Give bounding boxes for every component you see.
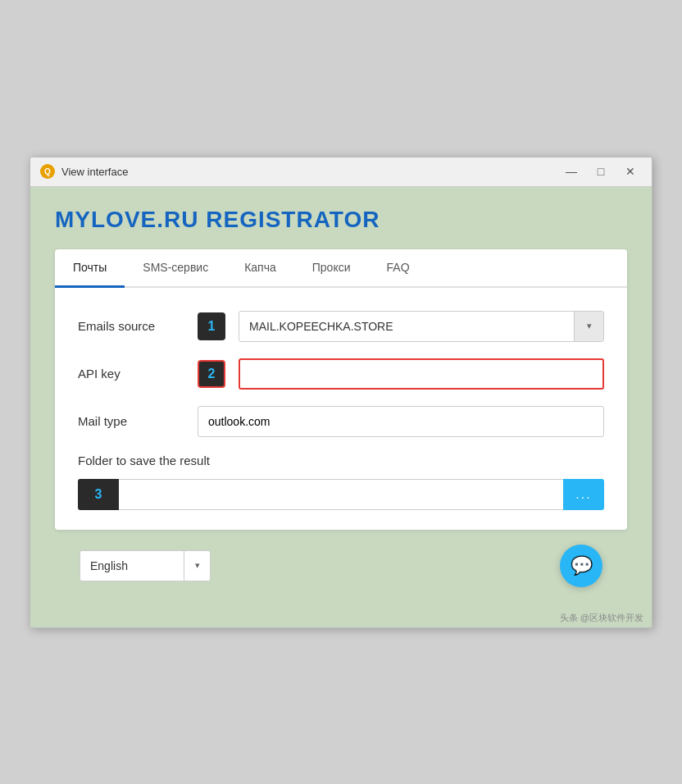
tab-proksi[interactable]: Прокси bbox=[294, 249, 369, 288]
emails-source-arrow-icon[interactable]: ▾ bbox=[574, 311, 603, 342]
folder-browse-button[interactable]: ... bbox=[563, 479, 604, 510]
tab-faq[interactable]: FAQ bbox=[369, 249, 428, 288]
main-panel: Почты SMS-сервис Капча Прокси FAQ Emails… bbox=[55, 249, 627, 530]
folder-row: 3 ... bbox=[78, 479, 604, 510]
close-button[interactable]: ✕ bbox=[619, 162, 642, 180]
title-bar: Q View interface — □ ✕ bbox=[30, 157, 652, 187]
folder-path-input[interactable] bbox=[119, 479, 563, 510]
mail-type-label: Mail type bbox=[78, 414, 184, 428]
window-controls: — □ ✕ bbox=[560, 162, 642, 180]
app-title: MYLOVE.RU REGISTRATOR bbox=[55, 207, 627, 233]
tab-kapcha[interactable]: Капча bbox=[226, 249, 294, 288]
emails-source-label: Emails source bbox=[78, 319, 184, 333]
api-key-row: API key 2 bbox=[78, 358, 604, 390]
mail-type-row: Mail type bbox=[78, 406, 604, 437]
tab-bar: Почты SMS-сервис Капча Прокси FAQ bbox=[55, 249, 627, 288]
api-key-input[interactable] bbox=[239, 358, 604, 390]
footer-row: English ▾ 💬 bbox=[55, 530, 627, 587]
emails-source-step-badge: 1 bbox=[198, 312, 225, 340]
app-icon: Q bbox=[40, 164, 55, 179]
emails-source-value: MAIL.KOPEECHKA.STORE bbox=[239, 320, 574, 333]
tab-sms[interactable]: SMS-сервис bbox=[125, 249, 226, 288]
language-selector[interactable]: English ▾ bbox=[80, 550, 211, 581]
window-title: View interface bbox=[61, 166, 560, 178]
emails-source-row: Emails source 1 MAIL.KOPEECHKA.STORE ▾ bbox=[78, 311, 604, 342]
emails-source-dropdown[interactable]: MAIL.KOPEECHKA.STORE ▾ bbox=[239, 311, 604, 342]
minimize-button[interactable]: — bbox=[560, 162, 583, 180]
watermark: 头条 @区块软件开发 bbox=[30, 607, 652, 627]
maximize-button[interactable]: □ bbox=[589, 162, 612, 180]
mail-type-input[interactable] bbox=[198, 406, 604, 437]
form-section: Emails source 1 MAIL.KOPEECHKA.STORE ▾ A… bbox=[55, 311, 627, 437]
chat-button[interactable]: 💬 bbox=[560, 545, 602, 587]
api-key-step-badge: 2 bbox=[198, 360, 225, 388]
window-body: MYLOVE.RU REGISTRATOR Почты SMS-сервис К… bbox=[30, 187, 652, 607]
tab-pochty[interactable]: Почты bbox=[55, 249, 125, 288]
folder-label: Folder to save the result bbox=[78, 454, 604, 467]
api-key-label: API key bbox=[78, 367, 184, 381]
language-arrow-icon[interactable]: ▾ bbox=[184, 550, 210, 581]
main-window: Q View interface — □ ✕ MYLOVE.RU REGISTR… bbox=[30, 157, 652, 628]
folder-section: Folder to save the result 3 ... bbox=[55, 454, 627, 510]
chat-icon: 💬 bbox=[571, 555, 593, 577]
folder-step-badge: 3 bbox=[78, 479, 119, 510]
language-value: English bbox=[80, 559, 184, 572]
